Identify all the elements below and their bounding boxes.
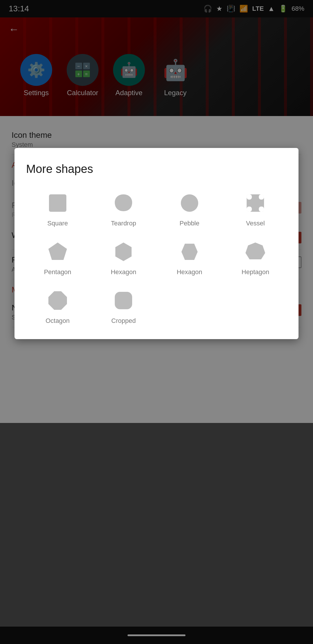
hexagon2-label: Hexagon [177,268,202,276]
svg-marker-17 [181,244,198,260]
svg-rect-8 [49,194,66,212]
octagon-icon [45,287,71,314]
svg-point-9 [181,194,198,212]
shape-teardrop[interactable]: Teardrop [92,187,155,230]
cropped-icon [110,287,137,314]
svg-marker-15 [48,243,67,260]
pentagon-label: Pentagon [44,268,71,276]
svg-rect-11 [247,194,252,200]
svg-rect-20 [115,292,132,309]
shapes-grid: Square Teardrop Pebble [26,187,287,328]
hexagon1-icon [110,239,137,265]
vessel-icon [242,190,268,216]
dialog-title: More shapes [26,162,287,176]
full-page: 13:14 🎧 ★ 📳 📶 LTE ▲ 🔋 68% ← ⚙️ Settings [0,0,313,644]
shape-square[interactable]: Square [26,187,89,230]
teardrop-icon [110,190,137,216]
svg-rect-12 [259,194,264,200]
shape-pebble[interactable]: Pebble [158,187,221,230]
svg-rect-13 [247,207,252,212]
shape-hexagon2[interactable]: Hexagon [158,236,221,279]
heptagon-icon [242,239,268,265]
shape-hexagon1[interactable]: Hexagon [92,236,155,279]
svg-marker-19 [48,291,67,310]
cropped-label: Cropped [111,317,136,325]
pebble-label: Pebble [179,220,199,227]
svg-marker-16 [115,243,132,261]
more-shapes-dialog: More shapes Square Teardrop [14,148,299,339]
pentagon-icon [45,239,71,265]
svg-rect-14 [259,207,264,212]
pebble-icon [176,190,203,216]
shape-heptagon[interactable]: Heptagon [224,236,287,279]
teardrop-label: Teardrop [111,220,136,227]
square-label: Square [47,220,68,227]
shape-pentagon[interactable]: Pentagon [26,236,89,279]
square-icon [45,190,71,216]
svg-marker-18 [245,243,265,259]
shape-vessel[interactable]: Vessel [224,187,287,230]
shape-cropped[interactable]: Cropped [92,285,155,328]
shape-octagon[interactable]: Octagon [26,285,89,328]
vessel-label: Vessel [246,220,265,227]
octagon-label: Octagon [46,317,70,325]
heptagon-label: Heptagon [242,268,269,276]
hexagon1-label: Hexagon [111,268,136,276]
hexagon2-icon [176,239,203,265]
